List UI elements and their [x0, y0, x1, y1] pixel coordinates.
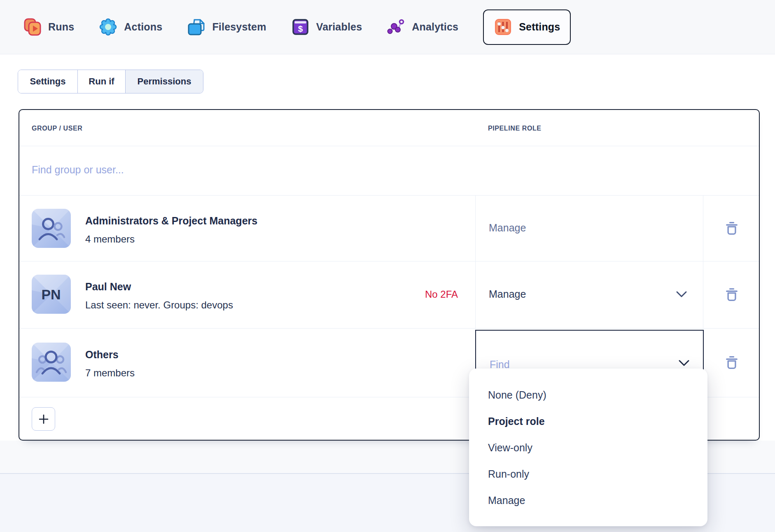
nav-tab-actions[interactable]: Actions: [99, 18, 162, 36]
trash-icon: [724, 220, 739, 236]
variables-icon: $: [291, 18, 310, 36]
column-header-pipeline-role: PIPELINE ROLE: [488, 125, 542, 132]
role-option-project-role[interactable]: Project role: [488, 415, 545, 428]
actions-icon: [99, 18, 117, 36]
nav-tab-runs[interactable]: Runs: [23, 18, 74, 36]
subtab-run-if[interactable]: Run if: [77, 70, 125, 93]
row-user-name: Paul New: [85, 281, 131, 293]
row-group-name: Administrators & Project Managers: [85, 215, 257, 227]
role-option-run-only[interactable]: Run-only: [488, 467, 529, 481]
row-group-members: 7 members: [85, 367, 135, 379]
add-permission-button[interactable]: [32, 407, 55, 431]
delete-row-button[interactable]: [724, 220, 739, 236]
role-option-view-only[interactable]: View-only: [488, 441, 532, 454]
chevron-down-icon[interactable]: [679, 360, 689, 366]
nav-label-actions: Actions: [124, 21, 162, 33]
nav-tab-variables[interactable]: $ Variables: [291, 18, 362, 36]
settings-icon: [494, 18, 512, 36]
role-option-manage[interactable]: Manage: [488, 494, 525, 507]
svg-text:PN: PN: [41, 287, 61, 302]
group-three-people-icon: [32, 343, 71, 382]
runs-icon: [23, 18, 42, 36]
row-group-members: 4 members: [85, 233, 135, 245]
nav-label-runs: Runs: [48, 21, 74, 33]
row-divider: [19, 261, 759, 261]
top-navigation-bar: Runs Actions Filesystem $ Variab: [0, 0, 775, 54]
row-user-details: Last seen: never. Groups: devops: [85, 299, 233, 311]
trash-icon: [724, 286, 739, 303]
role-dropdown-menu: None (Deny) Project role View-only Run-o…: [469, 369, 707, 526]
nav-tab-filesystem[interactable]: Filesystem: [187, 18, 266, 36]
delete-row-button[interactable]: [724, 354, 739, 371]
role-value[interactable]: Manage: [489, 222, 526, 234]
trash-icon: [724, 354, 739, 371]
role-select-value[interactable]: Manage: [489, 288, 526, 300]
nav-label-settings: Settings: [519, 21, 560, 33]
search-input[interactable]: [32, 155, 444, 184]
row-divider: [19, 195, 759, 196]
row-group-name: Others: [85, 349, 119, 361]
filesystem-icon: [187, 18, 205, 36]
group-two-people-icon: [32, 209, 71, 248]
chevron-down-icon[interactable]: [676, 291, 687, 298]
header-divider: [19, 146, 759, 146]
nav-label-filesystem: Filesystem: [212, 21, 266, 33]
plus-icon: [38, 413, 49, 425]
nav-label-analytics: Analytics: [412, 21, 458, 33]
subtab-settings[interactable]: Settings: [18, 70, 77, 93]
user-initials-avatar: PN: [32, 275, 71, 314]
no-2fa-warning: No 2FA: [425, 289, 458, 300]
pipeline-subtabs: Settings Run if Permissions: [18, 70, 203, 93]
role-option-none-deny[interactable]: None (Deny): [488, 388, 546, 401]
nav-tab-analytics[interactable]: Analytics: [387, 18, 458, 36]
subtab-permissions[interactable]: Permissions: [125, 70, 203, 93]
delete-row-button[interactable]: [724, 286, 739, 303]
svg-text:$: $: [298, 24, 303, 33]
nav-tab-settings[interactable]: Settings: [483, 9, 571, 45]
analytics-icon: [387, 18, 405, 36]
column-header-group-user: GROUP / USER: [32, 125, 82, 132]
nav-label-variables: Variables: [316, 21, 362, 33]
row-divider: [19, 328, 759, 329]
